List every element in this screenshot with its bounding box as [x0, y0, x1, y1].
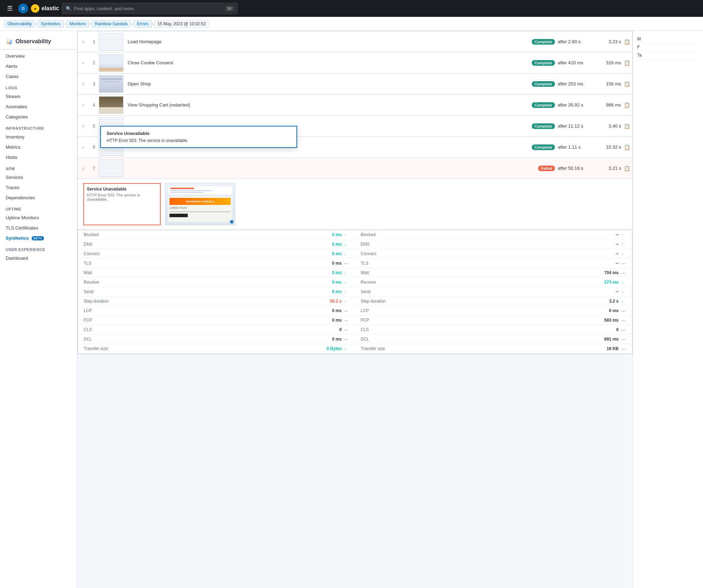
sidebar-item-alerts[interactable]: Alerts — [0, 61, 77, 71]
metric-arrow-receive-left: ↓ — [345, 280, 350, 284]
metric-value-dns-right: -- — [597, 242, 619, 247]
step-action-1[interactable]: 📋 — [621, 39, 632, 45]
step-timing-7: after 50.18 s — [558, 166, 593, 171]
sidebar-item-dashboard[interactable]: Dashboard — [0, 253, 77, 263]
metric-value-blocked-left: 0 ms — [321, 232, 342, 237]
step-duration-1: 3.23 s — [593, 39, 621, 44]
sidebar-item-traces[interactable]: Traces — [0, 182, 77, 193]
step-timing-6: after 1.11 s — [558, 144, 593, 150]
step-row-3: › 3 Open Shop Complete after 203 ms 156 … — [78, 73, 632, 95]
sidebar-label-stream: Stream — [6, 94, 20, 99]
step-action-7[interactable]: 📋 — [621, 166, 632, 171]
sidebar-item-hosts[interactable]: Hosts — [0, 152, 77, 162]
step-duration-6: 10.32 s — [593, 144, 621, 150]
breadcrumb-sep-3: › — [90, 21, 91, 26]
metric-arrow-dns-right: ↑ — [621, 243, 626, 246]
center-content: › 1 Load Homepage Complete after 2.60 s … — [77, 31, 633, 588]
metrics-grid: Blocked 0 ms ↓ DNS 0 ms ↓ — [78, 230, 632, 354]
step-duration-4: 986 ms — [593, 102, 621, 108]
step-expand-7[interactable]: › — [78, 166, 89, 171]
step-status-6: Complete — [532, 144, 555, 150]
breadcrumb-observability[interactable]: Observability — [4, 20, 35, 28]
metric-arrow-cls-left: — — [345, 328, 350, 332]
metric-label-dcl-left: DCL — [84, 337, 318, 342]
elastic-logo-text: elastic — [41, 5, 59, 12]
step-num-6: 6 — [89, 144, 99, 150]
sidebar-item-metrics[interactable]: Metrics — [0, 142, 77, 152]
metric-arrow-tls-right: — — [621, 261, 626, 265]
metric-value-transfer-right: 16 KB — [597, 346, 619, 351]
breadcrumb-link-monitors[interactable]: Monitors — [66, 20, 89, 28]
sidebar-item-tls-certificates[interactable]: TLS Certificates — [0, 223, 77, 233]
right-panel-item-m: M — [637, 35, 699, 43]
metric-arrow-tls-left: — — [345, 261, 350, 265]
sidebar-item-stream[interactable]: Stream — [0, 91, 77, 102]
step-expand-6[interactable]: › — [78, 145, 89, 150]
step-action-5[interactable]: 📋 — [621, 123, 632, 129]
breadcrumb-link-rainbow-sandals[interactable]: Rainbow Sandals — [92, 20, 131, 28]
sidebar-app-name: Observability — [15, 38, 51, 45]
step-action-3[interactable]: 📋 — [621, 81, 632, 87]
breadcrumb-rainbow-sandals[interactable]: Rainbow Sandals — [92, 20, 131, 28]
sidebar-label-tls-certificates: TLS Certificates — [6, 225, 38, 231]
step-name-3: Open Shop — [128, 81, 532, 86]
step-row-2: › 2 Close Cookie Consent Complete after … — [78, 52, 632, 73]
metric-row-transfer-left: Transfer size 0 Bytes ↓ — [78, 344, 355, 354]
step-action-2[interactable]: 📋 — [621, 60, 632, 66]
metric-row-cls-right: CLS 0 — — [355, 325, 632, 335]
step-expand-2[interactable]: › — [78, 60, 89, 65]
step-action-4[interactable]: 📋 — [621, 102, 632, 108]
global-search[interactable]: 🔍 Find apps, content, and more. ⌘/ — [62, 3, 238, 14]
step-timing-5: after 11.12 s — [558, 123, 593, 129]
sidebar-item-synthetics[interactable]: Synthetics BETA — [0, 233, 77, 243]
sidebar-item-anomalies[interactable]: Anomalies — [0, 102, 77, 112]
sidebar-item-inventory[interactable]: Inventory — [0, 132, 77, 142]
sidebar-item-categories[interactable]: Categories — [0, 112, 77, 122]
metric-value-stepdur-left: 50.2 s — [321, 299, 342, 304]
sidebar-item-cases[interactable]: Cases — [0, 71, 77, 82]
breadcrumb-link-synthetics[interactable]: Synthetics — [38, 20, 63, 28]
breadcrumb-monitors[interactable]: Monitors — [66, 20, 89, 28]
step-status-2: Complete — [532, 60, 555, 66]
metric-label-cls-right: CLS — [361, 327, 595, 332]
metric-label-send-right: Send — [361, 289, 595, 294]
menu-toggle[interactable]: ☰ — [4, 3, 15, 14]
sidebar-label-traces: Traces — [6, 185, 19, 190]
metric-label-receive-left: Receive — [84, 280, 318, 285]
screenshot-area: Service Unavailable HTTP Error 503. The … — [78, 179, 632, 230]
sidebar-section-uptime: Uptime — [0, 203, 77, 213]
metric-arrow-connect-left: ↓ — [345, 252, 350, 256]
breadcrumb-sep-2: › — [64, 21, 66, 26]
step-expand-3[interactable]: › — [78, 82, 89, 86]
breadcrumb-errors[interactable]: Errors — [134, 20, 152, 28]
step-thumbnail-3 — [99, 75, 123, 93]
breadcrumb-sep-4: › — [132, 21, 133, 26]
user-avatar[interactable]: D — [18, 4, 28, 13]
metric-value-tls-right: -- — [597, 261, 619, 266]
sidebar-item-services[interactable]: Services — [0, 172, 77, 182]
step-action-6[interactable]: 📋 — [621, 144, 632, 150]
breadcrumb-link-observability[interactable]: Observability — [4, 20, 35, 28]
sidebar-item-overview[interactable]: Overview — [0, 51, 77, 61]
metric-value-connect-right: -- — [597, 251, 619, 256]
search-placeholder: Find apps, content, and more. — [74, 6, 135, 11]
metric-row-transfer-right: Transfer size 16 KB — — [355, 344, 632, 354]
step-expand-4[interactable]: › — [78, 103, 89, 108]
metrics-right-col: Blocked -- ↑ DNS -- ↑ Co — [355, 230, 632, 354]
metric-label-blocked-left: Blocked — [84, 232, 318, 237]
metric-label-tls-left: TLS — [84, 261, 318, 266]
breadcrumb-synthetics[interactable]: Synthetics — [38, 20, 63, 28]
step-expand-1[interactable]: › — [78, 39, 89, 44]
breadcrumb-link-errors[interactable]: Errors — [134, 20, 152, 28]
metric-arrow-fcp-right: — — [621, 318, 626, 322]
sidebar-item-dependencies[interactable]: Dependencies — [0, 193, 77, 203]
sidebar-item-uptime-monitors[interactable]: Uptime Monitors — [0, 213, 77, 223]
metric-label-fcp-left: FCP — [84, 318, 318, 323]
metric-arrow-fcp-left: — — [345, 318, 350, 322]
metric-label-send-left: Send — [84, 289, 318, 294]
step-name-4: View Shopping Cart (redacted) — [128, 102, 532, 108]
metric-value-wait-right: 704 ms — [597, 270, 619, 275]
step-expand-5[interactable]: › — [78, 124, 89, 129]
metric-row-dns-left: DNS 0 ms ↓ — [78, 240, 355, 249]
sidebar-section-logs: Logs — [0, 82, 77, 91]
